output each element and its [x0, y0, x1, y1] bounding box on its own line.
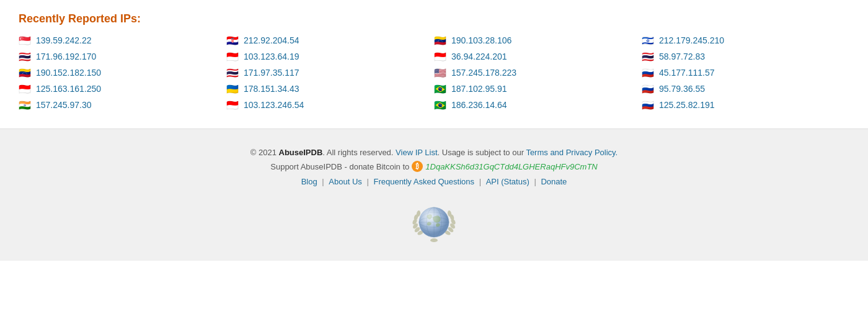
ip-item: 🇮🇱212.179.245.210 [642, 35, 849, 45]
ip-address-link[interactable]: 212.92.204.54 [244, 35, 299, 45]
terms-link[interactable]: Terms and Privacy Policy. [526, 148, 618, 157]
ip-item: 🇸🇬139.59.242.22 [19, 35, 226, 45]
svg-point-19 [419, 207, 449, 237]
bitcoin-address-link[interactable]: 1DqaKKSh6d31GqCTdd4LGHERaqHFv9CmTN [425, 162, 597, 171]
flag-icon: 🇷🇺 [642, 84, 655, 93]
flag-icon: 🇻🇪 [434, 36, 448, 45]
ip-grid: 🇸🇬139.59.242.22🇭🇷212.92.204.54🇻🇪190.103.… [19, 35, 849, 110]
about-us-link[interactable]: About Us [329, 177, 361, 186]
ip-item: 🇮🇩125.163.161.250 [19, 84, 226, 94]
ip-address-link[interactable]: 36.94.224.201 [451, 52, 507, 61]
flag-icon: 🇮🇩 [434, 52, 448, 61]
ip-address-link[interactable]: 125.163.161.250 [36, 84, 101, 94]
ip-address-link[interactable]: 103.123.64.19 [244, 52, 299, 61]
ip-address-link[interactable]: 125.25.82.191 [659, 100, 715, 110]
svg-point-12 [430, 238, 438, 242]
ip-item: 🇺🇦178.151.34.43 [226, 84, 434, 94]
faq-link[interactable]: Frequently Asked Questions [373, 177, 474, 186]
ip-item: 🇷🇺125.25.82.191 [642, 100, 849, 110]
flag-icon: 🇹🇭 [642, 52, 655, 61]
flag-icon: 🇺🇸 [434, 68, 448, 77]
bitcoin-icon: ₿ [412, 161, 423, 172]
flag-icon: 🇹🇭 [19, 52, 32, 61]
ip-item: 🇹🇭171.97.35.117 [226, 68, 434, 78]
ip-item: 🇮🇳157.245.97.30 [19, 100, 226, 110]
ip-address-link[interactable]: 178.151.34.43 [244, 84, 299, 94]
nav-separator-3: | [479, 177, 484, 186]
flag-icon: 🇻🇪 [19, 68, 32, 77]
donate-text: Support AbuseIPDB - donate Bitcoin to [270, 162, 409, 171]
flag-icon: 🇮🇱 [642, 36, 655, 45]
ip-address-link[interactable]: 58.97.72.83 [659, 52, 705, 61]
flag-icon: 🇸🇬 [19, 36, 32, 45]
ip-item: 🇷🇺95.79.36.55 [642, 84, 849, 94]
ip-item: 🇻🇪190.103.28.106 [434, 35, 642, 45]
ip-item: 🇭🇷212.92.204.54 [226, 35, 434, 45]
api-link[interactable]: API (Status) [486, 177, 529, 186]
flag-icon: 🇮🇩 [226, 101, 240, 109]
ip-address-link[interactable]: 95.79.36.55 [659, 84, 705, 94]
blog-link[interactable]: Blog [301, 177, 317, 186]
ip-item: 🇻🇪190.152.182.150 [19, 68, 226, 78]
ip-item: 🇹🇭58.97.72.83 [642, 52, 849, 61]
ip-item: 🇮🇩103.123.64.19 [226, 52, 434, 61]
ip-item: 🇧🇷186.236.14.64 [434, 100, 642, 110]
view-ip-list-link[interactable]: View IP List [396, 148, 437, 157]
ip-item: 🇮🇩36.94.224.201 [434, 52, 642, 61]
flag-icon: 🇷🇺 [642, 68, 655, 77]
ip-address-link[interactable]: 187.102.95.91 [451, 84, 507, 94]
ip-address-link[interactable]: 171.97.35.117 [244, 68, 299, 78]
donate-link[interactable]: Donate [541, 177, 567, 186]
flag-icon: 🇮🇳 [19, 101, 32, 109]
section-title: Recently Reported IPs: [19, 12, 849, 25]
ip-address-link[interactable]: 157.245.97.30 [36, 100, 92, 110]
nav-separator-2: | [366, 177, 371, 186]
nav-separator-4: | [534, 177, 538, 186]
ip-item: 🇹🇭171.96.192.170 [19, 52, 226, 61]
ip-item: 🇮🇩103.123.246.54 [226, 100, 434, 110]
ip-address-link[interactable]: 103.123.246.54 [244, 100, 304, 110]
recently-reported-section: Recently Reported IPs: 🇸🇬139.59.242.22🇭🇷… [0, 0, 868, 129]
brand-name: AbuseIPDB [279, 148, 323, 157]
ip-address-link[interactable]: 186.236.14.64 [451, 100, 507, 110]
ip-address-link[interactable]: 190.103.28.106 [451, 35, 512, 45]
ip-address-link[interactable]: 45.177.111.57 [659, 68, 715, 78]
footer-bitcoin: Support AbuseIPDB - donate Bitcoin to ₿ … [12, 161, 856, 172]
nav-separator-1: | [322, 177, 326, 186]
ip-address-link[interactable]: 139.59.242.22 [36, 35, 92, 45]
footer: © 2021 AbuseIPDB. All rights reserved. V… [0, 129, 868, 261]
ip-address-link[interactable]: 157.245.178.223 [451, 68, 516, 78]
ip-address-link[interactable]: 190.152.182.150 [36, 68, 101, 78]
ip-item: 🇧🇷187.102.95.91 [434, 84, 642, 94]
rights-text: . All rights reserved. [322, 148, 393, 157]
ip-item: 🇺🇸157.245.178.223 [434, 68, 642, 78]
flag-icon: 🇧🇷 [434, 101, 448, 109]
ip-address-link[interactable]: 171.96.192.170 [36, 52, 96, 61]
globe-icon [409, 199, 459, 248]
copyright-year: © 2021 [250, 148, 277, 157]
globe-container [12, 199, 856, 248]
flag-icon: 🇷🇺 [642, 101, 655, 109]
usage-text: . Usage is subject to our [438, 148, 526, 157]
ip-item: 🇷🇺45.177.111.57 [642, 68, 849, 78]
flag-icon: 🇹🇭 [226, 68, 240, 77]
flag-icon: 🇮🇩 [19, 84, 32, 93]
flag-icon: 🇧🇷 [434, 84, 448, 93]
ip-address-link[interactable]: 212.179.245.210 [659, 35, 724, 45]
flag-icon: 🇮🇩 [226, 52, 240, 61]
flag-icon: 🇺🇦 [226, 84, 240, 93]
flag-icon: 🇭🇷 [226, 36, 240, 45]
footer-nav: Blog | About Us | Frequently Asked Quest… [12, 177, 856, 186]
footer-copyright: © 2021 AbuseIPDB. All rights reserved. V… [12, 148, 856, 157]
